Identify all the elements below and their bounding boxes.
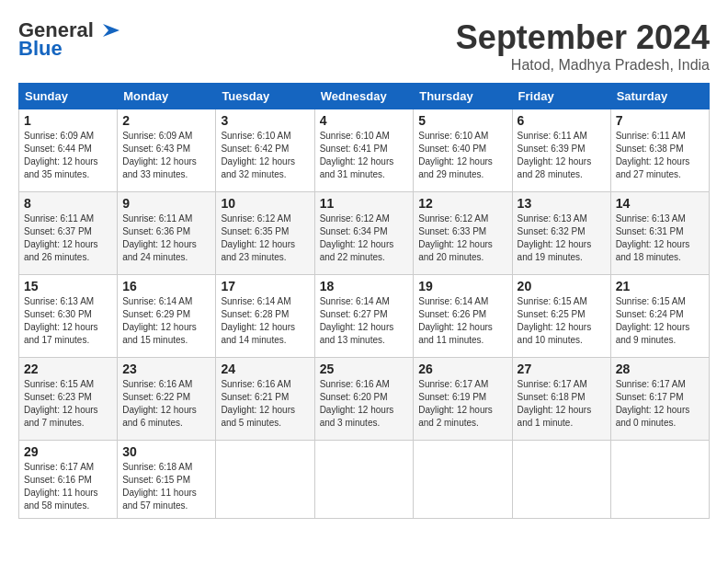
calendar-cell-day-18: 18Sunrise: 6:14 AM Sunset: 6:27 PM Dayli… (314, 275, 414, 358)
calendar-week-2: 8Sunrise: 6:11 AM Sunset: 6:37 PM Daylig… (19, 192, 710, 275)
calendar-cell-day-27: 27Sunrise: 6:17 AM Sunset: 6:18 PM Dayli… (512, 358, 610, 441)
day-number: 3 (221, 113, 309, 128)
calendar-cell-day-10: 10Sunrise: 6:12 AM Sunset: 6:35 PM Dayli… (216, 192, 314, 275)
day-info: Sunrise: 6:11 AM Sunset: 6:37 PM Dayligh… (24, 213, 112, 264)
day-number: 14 (616, 196, 704, 211)
day-info: Sunrise: 6:12 AM Sunset: 6:34 PM Dayligh… (320, 213, 409, 264)
day-number: 23 (122, 362, 210, 376)
day-info: Sunrise: 6:11 AM Sunset: 6:38 PM Dayligh… (616, 130, 704, 181)
calendar-cell-day-28: 28Sunrise: 6:17 AM Sunset: 6:17 PM Dayli… (610, 358, 709, 441)
calendar-week-3: 15Sunrise: 6:13 AM Sunset: 6:30 PM Dayli… (19, 275, 710, 358)
day-number: 21 (616, 279, 704, 293)
day-info: Sunrise: 6:10 AM Sunset: 6:40 PM Dayligh… (418, 130, 506, 181)
calendar-cell-day-12: 12Sunrise: 6:12 AM Sunset: 6:33 PM Dayli… (414, 192, 512, 275)
calendar-cell-day-2: 2Sunrise: 6:09 AM Sunset: 6:43 PM Daylig… (118, 109, 216, 192)
day-info: Sunrise: 6:18 AM Sunset: 6:15 PM Dayligh… (122, 461, 210, 512)
day-info: Sunrise: 6:14 AM Sunset: 6:26 PM Dayligh… (418, 295, 506, 347)
calendar-cell-day-26: 26Sunrise: 6:17 AM Sunset: 6:19 PM Dayli… (414, 358, 512, 441)
day-number: 5 (418, 113, 506, 128)
calendar-cell-day-14: 14Sunrise: 6:13 AM Sunset: 6:31 PM Dayli… (610, 192, 709, 275)
calendar-cell-day-22: 22Sunrise: 6:15 AM Sunset: 6:23 PM Dayli… (19, 358, 118, 441)
calendar-cell-day-23: 23Sunrise: 6:16 AM Sunset: 6:22 PM Dayli… (118, 358, 216, 441)
logo-blue: Blue (18, 37, 63, 61)
day-info: Sunrise: 6:15 AM Sunset: 6:23 PM Dayligh… (24, 378, 112, 430)
calendar-cell-day-25: 25Sunrise: 6:16 AM Sunset: 6:20 PM Dayli… (314, 358, 414, 441)
calendar-header-row: SundayMondayTuesdayWednesdayThursdayFrid… (19, 84, 710, 109)
day-info: Sunrise: 6:11 AM Sunset: 6:39 PM Dayligh… (518, 130, 606, 181)
day-info: Sunrise: 6:15 AM Sunset: 6:25 PM Dayligh… (518, 295, 606, 347)
calendar-table: SundayMondayTuesdayWednesdayThursdayFrid… (18, 83, 710, 519)
day-info: Sunrise: 6:12 AM Sunset: 6:35 PM Dayligh… (221, 213, 309, 264)
calendar-cell-day-13: 13Sunrise: 6:13 AM Sunset: 6:32 PM Dayli… (512, 192, 610, 275)
day-number: 30 (122, 444, 210, 459)
day-info: Sunrise: 6:15 AM Sunset: 6:24 PM Dayligh… (616, 295, 704, 347)
calendar-header-monday: Monday (118, 84, 216, 109)
day-info: Sunrise: 6:10 AM Sunset: 6:41 PM Dayligh… (320, 130, 409, 181)
day-info: Sunrise: 6:13 AM Sunset: 6:32 PM Dayligh… (518, 213, 606, 264)
calendar-header-thursday: Thursday (414, 84, 512, 109)
day-number: 9 (122, 196, 210, 211)
calendar-cell-day-empty (216, 441, 314, 519)
day-info: Sunrise: 6:09 AM Sunset: 6:44 PM Dayligh… (24, 130, 112, 181)
calendar-cell-day-empty (610, 441, 709, 519)
day-info: Sunrise: 6:14 AM Sunset: 6:27 PM Dayligh… (320, 295, 409, 347)
day-info: Sunrise: 6:09 AM Sunset: 6:43 PM Dayligh… (122, 130, 210, 181)
logo-icon (96, 20, 125, 40)
day-number: 12 (418, 196, 506, 211)
calendar-header-wednesday: Wednesday (314, 84, 414, 109)
calendar-cell-day-7: 7Sunrise: 6:11 AM Sunset: 6:38 PM Daylig… (610, 109, 709, 192)
day-number: 6 (518, 113, 606, 128)
day-number: 19 (418, 279, 506, 293)
calendar-cell-day-20: 20Sunrise: 6:15 AM Sunset: 6:25 PM Dayli… (512, 275, 610, 358)
day-info: Sunrise: 6:16 AM Sunset: 6:21 PM Dayligh… (221, 378, 309, 430)
calendar-cell-day-9: 9Sunrise: 6:11 AM Sunset: 6:36 PM Daylig… (118, 192, 216, 275)
calendar-week-5: 29Sunrise: 6:17 AM Sunset: 6:16 PM Dayli… (19, 441, 710, 519)
calendar-cell-day-21: 21Sunrise: 6:15 AM Sunset: 6:24 PM Dayli… (610, 275, 709, 358)
calendar-cell-day-6: 6Sunrise: 6:11 AM Sunset: 6:39 PM Daylig… (512, 109, 610, 192)
calendar-header-saturday: Saturday (610, 84, 709, 109)
day-number: 22 (24, 362, 112, 376)
page-header: General Blue September 2024 Hatod, Madhy… (18, 18, 710, 74)
day-number: 29 (24, 444, 112, 459)
calendar-cell-day-24: 24Sunrise: 6:16 AM Sunset: 6:21 PM Dayli… (216, 358, 314, 441)
calendar-cell-day-29: 29Sunrise: 6:17 AM Sunset: 6:16 PM Dayli… (19, 441, 118, 519)
day-info: Sunrise: 6:17 AM Sunset: 6:16 PM Dayligh… (24, 461, 112, 512)
calendar-cell-day-empty (512, 441, 610, 519)
day-number: 13 (518, 196, 606, 211)
day-number: 27 (518, 362, 606, 376)
day-number: 26 (418, 362, 506, 376)
calendar-cell-day-8: 8Sunrise: 6:11 AM Sunset: 6:37 PM Daylig… (19, 192, 118, 275)
day-info: Sunrise: 6:16 AM Sunset: 6:20 PM Dayligh… (320, 378, 409, 430)
calendar-cell-day-19: 19Sunrise: 6:14 AM Sunset: 6:26 PM Dayli… (414, 275, 512, 358)
day-info: Sunrise: 6:14 AM Sunset: 6:29 PM Dayligh… (122, 295, 210, 347)
day-number: 20 (518, 279, 606, 293)
day-number: 7 (616, 113, 704, 128)
calendar-cell-day-3: 3Sunrise: 6:10 AM Sunset: 6:42 PM Daylig… (216, 109, 314, 192)
calendar-cell-day-17: 17Sunrise: 6:14 AM Sunset: 6:28 PM Dayli… (216, 275, 314, 358)
calendar-week-1: 1Sunrise: 6:09 AM Sunset: 6:44 PM Daylig… (19, 109, 710, 192)
calendar-cell-day-16: 16Sunrise: 6:14 AM Sunset: 6:29 PM Dayli… (118, 275, 216, 358)
calendar-cell-day-4: 4Sunrise: 6:10 AM Sunset: 6:41 PM Daylig… (314, 109, 414, 192)
month-title: September 2024 (456, 18, 710, 57)
calendar-cell-day-15: 15Sunrise: 6:13 AM Sunset: 6:30 PM Dayli… (19, 275, 118, 358)
day-number: 15 (24, 279, 112, 293)
day-info: Sunrise: 6:11 AM Sunset: 6:36 PM Dayligh… (122, 213, 210, 264)
day-info: Sunrise: 6:10 AM Sunset: 6:42 PM Dayligh… (221, 130, 309, 181)
svg-marker-0 (103, 24, 119, 37)
day-info: Sunrise: 6:13 AM Sunset: 6:30 PM Dayligh… (24, 295, 112, 347)
calendar-cell-day-1: 1Sunrise: 6:09 AM Sunset: 6:44 PM Daylig… (19, 109, 118, 192)
calendar-cell-day-5: 5Sunrise: 6:10 AM Sunset: 6:40 PM Daylig… (414, 109, 512, 192)
day-number: 4 (320, 113, 409, 128)
day-number: 24 (221, 362, 309, 376)
calendar-week-4: 22Sunrise: 6:15 AM Sunset: 6:23 PM Dayli… (19, 358, 710, 441)
day-info: Sunrise: 6:17 AM Sunset: 6:19 PM Dayligh… (418, 378, 506, 430)
calendar-cell-day-empty (314, 441, 414, 519)
day-info: Sunrise: 6:16 AM Sunset: 6:22 PM Dayligh… (122, 378, 210, 430)
day-number: 2 (122, 113, 210, 128)
day-number: 8 (24, 196, 112, 211)
title-area: September 2024 Hatod, Madhya Pradesh, In… (456, 18, 710, 74)
logo: General Blue (18, 18, 125, 61)
day-number: 17 (221, 279, 309, 293)
day-number: 11 (320, 196, 409, 211)
day-info: Sunrise: 6:12 AM Sunset: 6:33 PM Dayligh… (418, 213, 506, 264)
